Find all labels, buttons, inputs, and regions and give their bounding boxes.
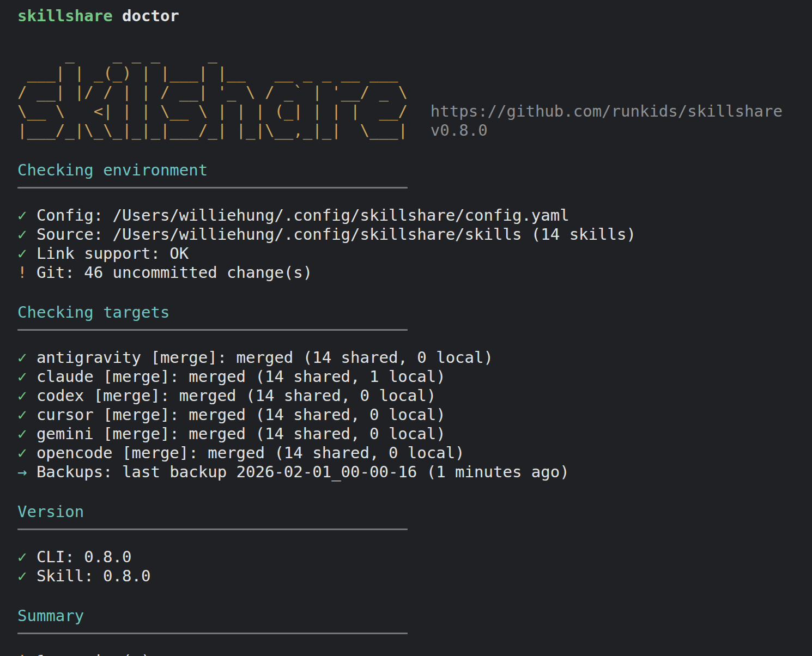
section-divider [17,329,812,348]
ascii-logo-line: _ _ _ _ _ [17,45,408,64]
ascii-logo-line: |___/_|\_\_|_|_|___/_| |_|\__,_|_| \___| [17,121,408,140]
banner-meta: https://github.com/runkids/skillshare v0… [431,102,783,140]
check-icon: ✓ [17,244,37,263]
section-divider [17,529,812,548]
ascii-logo-line: \__ \ <| | | \__ \ | | | (_| | | | __/ [17,102,408,121]
item-text: codex [merge]: merged (14 shared, 0 loca… [37,386,436,405]
item-text: 1 warning(s) [37,652,151,656]
check-icon: ✓ [17,348,37,367]
warning-item: !Git: 46 uncommitted change(s) [17,263,812,282]
section-title: Checking environment [17,161,812,180]
arrow-icon: → [17,463,37,482]
item-text: claude [merge]: merged (14 shared, 1 loc… [37,367,446,386]
item-text: Git: 46 uncommitted change(s) [37,263,312,282]
item-text: Link support: OK [37,244,189,263]
version-text: v0.8.0 [431,121,783,140]
command-program: skillshare [17,7,113,25]
warning-item: !1 warning(s) [17,652,812,656]
check-icon: ✓ [17,225,37,244]
item-text: Backups: last backup 2026-02-01_00-00-16… [37,463,569,481]
command-subcommand: doctor [122,7,179,25]
check-icon: ✓ [17,548,37,567]
section-divider [17,187,812,206]
check-icon: ✓ [17,405,37,424]
section-title: Checking targets [17,303,812,322]
check-icon: ✓ [17,444,37,463]
item-text: antigravity [merge]: merged (14 shared, … [37,348,493,367]
ascii-logo-line: ___| | _(_) | |___| |__ __ _ _ __ ___ [17,64,408,83]
check-item: ✓antigravity [merge]: merged (14 shared,… [17,348,812,367]
ascii-logo: _ _ _ _ _ ___| | _(_) | |___| |__ __ _ _… [17,45,408,140]
info-item: →Backups: last backup 2026-02-01_00-00-1… [17,463,812,482]
section-title: Version [17,502,812,521]
terminal-window: skillsharedoctor _ _ _ _ _ ___| | _(_) |… [17,7,812,656]
item-text: opencode [merge]: merged (14 shared, 0 l… [37,444,465,462]
check-item: ✓claude [merge]: merged (14 shared, 1 lo… [17,367,812,386]
ascii-logo-line: / __| |/ / | | / __| '_ \ / _` | '__/ _ … [17,83,408,102]
check-item: ✓codex [merge]: merged (14 shared, 0 loc… [17,386,812,405]
warning-icon: ! [17,263,37,282]
check-item: ✓gemini [merge]: merged (14 shared, 0 lo… [17,424,812,444]
item-text: Skill: 0.8.0 [37,567,151,585]
warning-icon: ! [17,652,37,656]
ascii-banner: _ _ _ _ _ ___| | _(_) | |___| |__ __ _ _… [17,45,812,140]
item-text: gemini [merge]: merged (14 shared, 0 loc… [37,424,446,443]
section-summary: Summary !1 warning(s) [17,606,812,656]
section-version: Version ✓CLI: 0.8.0 ✓Skill: 0.8.0 [17,502,812,586]
section-checking-targets: Checking targets ✓antigravity [merge]: m… [17,303,812,482]
check-item: ✓CLI: 0.8.0 [17,548,812,567]
section-divider [17,633,812,652]
check-icon: ✓ [17,206,37,225]
check-item: ✓Config: /Users/williehung/.config/skill… [17,206,812,225]
section-checking-environment: Checking environment ✓Config: /Users/wil… [17,161,812,282]
check-icon: ✓ [17,567,37,586]
check-icon: ✓ [17,424,37,444]
repo-url[interactable]: https://github.com/runkids/skillshare [431,102,783,121]
check-item: ✓Source: /Users/williehung/.config/skill… [17,225,812,244]
check-item: ✓Skill: 0.8.0 [17,567,812,586]
check-item: ✓Link support: OK [17,244,812,263]
check-icon: ✓ [17,367,37,386]
check-icon: ✓ [17,386,37,405]
section-title: Summary [17,606,812,625]
item-text: Config: /Users/williehung/.config/skills… [37,206,569,224]
item-text: Source: /Users/williehung/.config/skills… [37,225,636,244]
check-item: ✓opencode [merge]: merged (14 shared, 0 … [17,444,812,463]
item-text: CLI: 0.8.0 [37,548,132,566]
item-text: cursor [merge]: merged (14 shared, 0 loc… [37,405,446,424]
command-line: skillsharedoctor [17,7,812,26]
check-item: ✓cursor [merge]: merged (14 shared, 0 lo… [17,405,812,424]
